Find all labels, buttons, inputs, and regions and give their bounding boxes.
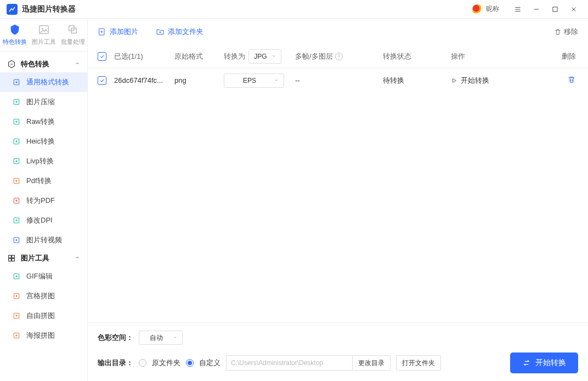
item-icon bbox=[12, 78, 21, 87]
sidebar-item[interactable]: 图片压缩 bbox=[0, 92, 87, 112]
svg-point-22 bbox=[16, 240, 18, 241]
sidebar-item[interactable]: 通用格式转换 bbox=[0, 72, 87, 92]
svg-rect-23 bbox=[9, 255, 12, 258]
main-panel: 添加图片 添加文件夹 移除 已选(1/1) 原始格式 转换为 JPG bbox=[88, 19, 588, 381]
header-convert-to: 转换为 bbox=[224, 52, 245, 61]
sidebar-item[interactable]: Pdf转换 bbox=[0, 171, 87, 191]
output-path-input[interactable]: C:\Users\Administrator\Desktop bbox=[226, 355, 352, 371]
help-icon[interactable]: ? bbox=[335, 53, 343, 60]
minimize-button[interactable] bbox=[529, 2, 544, 17]
row-start-button[interactable]: 开始转换 bbox=[451, 76, 544, 86]
sidebar-item-label: 转为PDF bbox=[26, 196, 55, 206]
app-title: 迅捷图片转换器 bbox=[22, 4, 76, 14]
item-icon bbox=[12, 157, 21, 166]
radio-custom-folder[interactable] bbox=[186, 359, 194, 367]
svg-point-8 bbox=[16, 101, 18, 103]
item-icon bbox=[12, 236, 21, 244]
item-icon bbox=[12, 98, 21, 106]
sidebar-item-label: 图片转视频 bbox=[26, 235, 62, 245]
nickname-label[interactable]: 昵称 bbox=[486, 4, 499, 14]
item-icon bbox=[12, 196, 21, 205]
svg-point-6 bbox=[16, 82, 18, 83]
start-convert-button[interactable]: 开始转换 bbox=[510, 352, 578, 373]
svg-point-20 bbox=[16, 220, 18, 221]
open-folder-button[interactable]: 打开文件夹 bbox=[396, 355, 441, 371]
app-logo bbox=[7, 4, 18, 15]
add-image-button[interactable]: 添加图片 bbox=[98, 27, 138, 37]
chevron-up-icon bbox=[74, 254, 81, 263]
sidebar-item-label: 宫格拼图 bbox=[26, 291, 55, 301]
hex-icon bbox=[7, 59, 16, 69]
select-all-checkbox[interactable] bbox=[98, 52, 106, 61]
avatar-icon[interactable] bbox=[472, 4, 483, 15]
sidebar-item-label: Livp转换 bbox=[26, 156, 54, 166]
sidebar-item[interactable]: 转为PDF bbox=[0, 191, 87, 211]
maximize-button[interactable] bbox=[547, 2, 563, 17]
row-layer: -- bbox=[295, 76, 383, 84]
sidebar-top-tabs: 特色转换 图片工具 批量处理 bbox=[0, 19, 87, 52]
svg-rect-24 bbox=[12, 255, 15, 258]
sidebar-item[interactable]: Heic转换 bbox=[0, 132, 87, 151]
table-header: 已选(1/1) 原始格式 转换为 JPG 多帧/多图层 ? 转换状态 操作 删除 bbox=[88, 45, 588, 68]
svg-rect-25 bbox=[9, 259, 12, 261]
row-target-select[interactable]: EPS bbox=[224, 73, 284, 88]
sidebar-group-tools[interactable]: 图片工具 bbox=[0, 250, 87, 266]
header-delete: 删除 bbox=[562, 52, 578, 61]
toolbar: 添加图片 添加文件夹 移除 bbox=[88, 19, 588, 45]
svg-rect-0 bbox=[553, 7, 557, 11]
item-icon bbox=[12, 292, 21, 300]
colorspace-label: 色彩空间： bbox=[98, 333, 133, 343]
row-filename: 26dc674f74fc... bbox=[114, 76, 174, 84]
sidebar-group-special[interactable]: 特色转换 bbox=[0, 56, 87, 72]
colorspace-select[interactable]: 自动 bbox=[139, 331, 183, 345]
sidebar-item[interactable]: 修改DPI bbox=[0, 211, 87, 230]
item-icon bbox=[12, 272, 21, 281]
close-button[interactable] bbox=[566, 2, 581, 17]
footer: 色彩空间： 自动 输出目录： 原文件夹 自定义 C:\Users\Adminis… bbox=[88, 322, 588, 381]
radio-source-folder[interactable] bbox=[139, 359, 146, 367]
top-tab-special[interactable]: 特色转换 bbox=[0, 19, 29, 51]
svg-rect-26 bbox=[12, 259, 15, 261]
sidebar-item-label: 图片压缩 bbox=[26, 97, 55, 107]
swap-icon bbox=[522, 359, 531, 367]
menu-button[interactable] bbox=[510, 2, 525, 17]
row-state: 待转换 bbox=[383, 76, 451, 86]
remove-button[interactable]: 移除 bbox=[554, 27, 578, 37]
row-checkbox[interactable] bbox=[98, 76, 106, 85]
stack-icon bbox=[67, 24, 79, 36]
sidebar-item[interactable]: Raw转换 bbox=[0, 112, 87, 132]
header-operation: 操作 bbox=[451, 52, 544, 61]
svg-point-2 bbox=[41, 28, 43, 30]
radio-custom-label: 自定义 bbox=[199, 358, 220, 368]
add-folder-button[interactable]: 添加文件夹 bbox=[156, 27, 203, 37]
output-dir-label: 输出目录： bbox=[98, 358, 133, 368]
sidebar-item[interactable]: 图片转视频 bbox=[0, 230, 87, 250]
svg-point-12 bbox=[16, 141, 18, 143]
item-icon bbox=[12, 137, 21, 146]
svg-point-16 bbox=[16, 180, 18, 182]
svg-point-30 bbox=[16, 295, 18, 297]
title-bar: 迅捷图片转换器 昵称 bbox=[0, 0, 588, 19]
sidebar-item[interactable]: Livp转换 bbox=[0, 151, 87, 171]
sidebar-item-label: 修改DPI bbox=[26, 215, 53, 225]
row-delete-button[interactable] bbox=[567, 75, 576, 86]
sidebar-item[interactable]: 宫格拼图 bbox=[0, 286, 87, 306]
change-dir-button[interactable]: 更改目录 bbox=[352, 355, 391, 371]
sidebar-item[interactable]: 海报拼图 bbox=[0, 326, 87, 345]
item-icon bbox=[12, 216, 21, 225]
sidebar-item[interactable]: 自由拼图 bbox=[0, 306, 87, 326]
sidebar-item-label: Raw转换 bbox=[26, 117, 55, 127]
table-row: 26dc674f74fc...pngEPS--待转换开始转换 bbox=[88, 68, 588, 92]
radio-source-label: 原文件夹 bbox=[152, 358, 180, 368]
row-format: png bbox=[174, 76, 224, 84]
convert-to-select[interactable]: JPG bbox=[248, 49, 281, 64]
top-tab-batch[interactable]: 批量处理 bbox=[58, 19, 87, 51]
svg-point-10 bbox=[16, 121, 18, 123]
chevron-down-icon bbox=[172, 334, 178, 342]
header-orig-format: 原始格式 bbox=[174, 52, 224, 61]
chevron-down-icon bbox=[271, 53, 276, 60]
sidebar-item[interactable]: GIF编辑 bbox=[0, 266, 87, 286]
sidebar-item-label: GIF编辑 bbox=[26, 271, 53, 281]
image-icon bbox=[38, 24, 50, 36]
top-tab-tools[interactable]: 图片工具 bbox=[29, 19, 58, 51]
